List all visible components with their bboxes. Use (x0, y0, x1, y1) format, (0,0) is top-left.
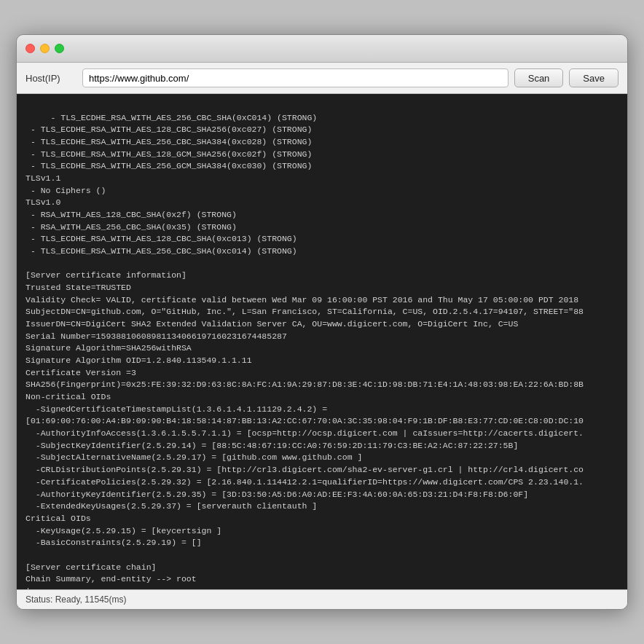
toolbar: Host(IP) Scan Save (17, 63, 627, 94)
close-button[interactable] (25, 44, 35, 53)
host-input[interactable] (82, 68, 508, 87)
output-text: - TLS_ECDHE_RSA_WITH_AES_256_CBC_SHA(0xC… (25, 113, 604, 589)
save-button[interactable]: Save (569, 68, 619, 87)
maximize-button[interactable] (55, 44, 64, 53)
scan-button[interactable]: Scan (514, 68, 564, 87)
app-window: Host(IP) Scan Save - TLS_ECDHE_RSA_WITH_… (16, 34, 628, 610)
titlebar (17, 35, 627, 63)
traffic-lights (25, 44, 64, 53)
statusbar: Status: Ready, 11545(ms) (17, 589, 627, 609)
host-label: Host(IP) (25, 73, 76, 84)
status-text: Status: Ready, 11545(ms) (25, 594, 127, 605)
minimize-button[interactable] (40, 44, 50, 53)
output-area[interactable]: - TLS_ECDHE_RSA_WITH_AES_256_CBC_SHA(0xC… (17, 94, 627, 589)
